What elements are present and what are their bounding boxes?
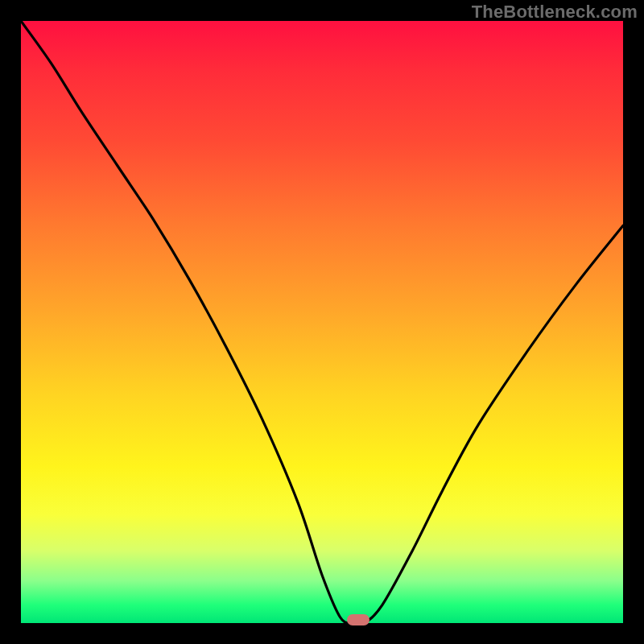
bottleneck-curve bbox=[21, 21, 623, 623]
chart-frame: TheBottleneck.com bbox=[0, 0, 644, 644]
plot-area bbox=[21, 21, 623, 623]
watermark-label: TheBottleneck.com bbox=[472, 2, 638, 23]
min-marker bbox=[347, 614, 369, 625]
